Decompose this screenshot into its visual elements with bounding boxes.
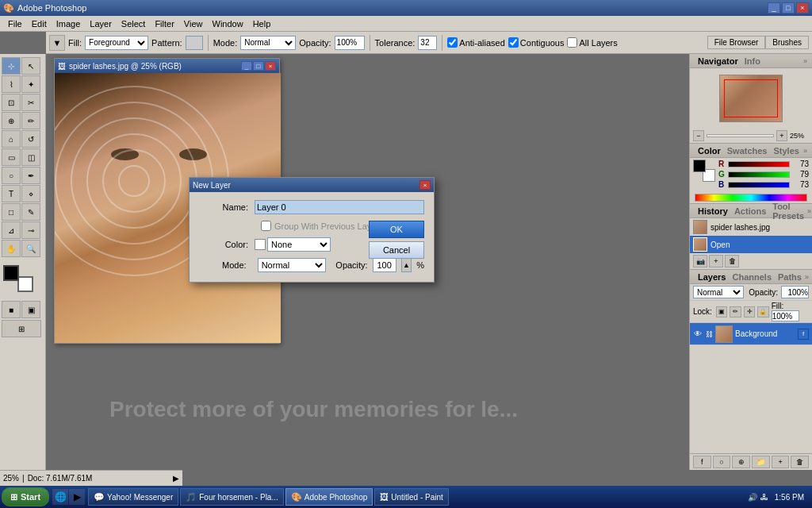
menu-image[interactable]: Image	[52, 17, 86, 30]
contiguous-label[interactable]: Contiguous	[508, 37, 565, 48]
gradient-tool[interactable]: ◫	[21, 148, 40, 166]
lock-all-btn[interactable]: 🔒	[757, 306, 768, 318]
magic-wand-tool[interactable]: ✦	[21, 75, 40, 93]
layer-opacity-input[interactable]	[781, 286, 809, 298]
color-expand[interactable]: »	[803, 147, 807, 155]
dialog-cancel-button[interactable]: Cancel	[369, 241, 424, 259]
path-selection-tool[interactable]: ⋄	[21, 185, 40, 202]
layer-eye-icon[interactable]: 👁	[693, 329, 703, 338]
opacity-input-dialog[interactable]	[373, 258, 396, 272]
color-tab[interactable]: Color	[695, 145, 724, 156]
dialog-close-btn[interactable]: ×	[419, 180, 431, 190]
lasso-tool[interactable]: ⌇	[2, 75, 21, 93]
taskbar-paint[interactable]: 🖼 Untitled - Paint	[374, 488, 449, 506]
history-brush-tool[interactable]: ↺	[21, 130, 40, 148]
layers-expand[interactable]: »	[805, 273, 809, 281]
r-slider[interactable]	[728, 161, 790, 167]
taskbar-horsemen[interactable]: 🎵 Four horsemen - Pla...	[180, 488, 283, 506]
history-new-btn[interactable]: +	[709, 255, 723, 267]
layer-mask-btn[interactable]: ○	[713, 456, 731, 468]
eraser-tool[interactable]: ▭	[2, 148, 21, 166]
styles-tab[interactable]: Styles	[770, 145, 802, 156]
g-slider[interactable]	[728, 171, 790, 178]
all-layers-checkbox[interactable]	[567, 37, 577, 48]
history-camera-btn[interactable]: 📷	[693, 255, 707, 267]
layer-style-btn[interactable]: f	[693, 456, 711, 468]
color-fg-swatch[interactable]	[693, 160, 706, 172]
menu-select[interactable]: Select	[117, 17, 151, 30]
close-button[interactable]: ×	[796, 2, 809, 13]
menu-help[interactable]: Help	[248, 17, 276, 30]
measure-tool[interactable]: ⊸	[21, 221, 40, 239]
fill-select[interactable]: Foreground	[85, 36, 148, 50]
media-icon[interactable]: ▶	[69, 489, 85, 505]
history-tab[interactable]: History	[695, 206, 731, 217]
taskbar-yahoo[interactable]: 💬 Yahoo! Messenger	[88, 488, 178, 506]
zoom-slider[interactable]	[707, 134, 774, 137]
image-minimize-btn[interactable]: _	[241, 61, 252, 71]
channels-tab[interactable]: Channels	[729, 271, 775, 283]
status-arrow-btn[interactable]: ▶	[173, 474, 179, 483]
file-browser-tab[interactable]: File Browser	[707, 36, 766, 49]
zoom-tool[interactable]: 🔍	[21, 240, 40, 257]
b-slider[interactable]	[728, 182, 790, 188]
mode-select[interactable]: Normal	[240, 36, 296, 50]
name-input[interactable]	[255, 200, 424, 214]
navigator-expand[interactable]: »	[803, 57, 807, 65]
swatches-tab[interactable]: Swatches	[724, 145, 771, 156]
text-tool[interactable]: T	[2, 185, 21, 202]
crop-tool[interactable]: ⊡	[2, 94, 21, 111]
history-delete-btn[interactable]: 🗑	[725, 255, 739, 267]
layer-delete-btn[interactable]: 🗑	[791, 456, 809, 468]
menu-view[interactable]: View	[179, 17, 208, 30]
maximize-button[interactable]: □	[782, 2, 795, 13]
notes-tool[interactable]: ✎	[21, 203, 40, 221]
dialog-titlebar[interactable]: New Layer ×	[190, 178, 434, 192]
slice-tool[interactable]: ✂	[21, 94, 40, 111]
mode-select[interactable]: Normal	[258, 258, 327, 272]
layer-adjustment-btn[interactable]: ⊕	[732, 456, 750, 468]
tool-presets-tab[interactable]: Tool Presets	[769, 201, 807, 221]
history-item-1[interactable]: Open	[690, 236, 812, 253]
navigator-tab[interactable]: Navigator	[695, 56, 741, 67]
screen-mode[interactable]: ⊞	[2, 320, 41, 337]
hand-tool[interactable]: ✋	[2, 240, 21, 257]
standard-mode[interactable]: ■	[2, 301, 21, 318]
shape-tool[interactable]: □	[2, 203, 21, 221]
lock-pixels-btn[interactable]: ✏	[730, 306, 741, 318]
minimize-button[interactable]: _	[768, 2, 780, 13]
menu-layer[interactable]: Layer	[85, 17, 117, 30]
eyedropper-tool[interactable]: ⊿	[2, 221, 21, 239]
image-maximize-btn[interactable]: □	[253, 61, 264, 71]
lock-transparent-btn[interactable]: ▣	[716, 306, 727, 318]
menu-window[interactable]: Window	[208, 17, 248, 30]
tool-option-icon[interactable]: ▼	[49, 35, 65, 51]
history-expand[interactable]: »	[807, 207, 811, 215]
image-window-titlebar[interactable]: 🖼 spider lashes.jpg @ 25% (RGB) _ □ ×	[55, 59, 279, 73]
layers-tab[interactable]: Layers	[695, 271, 729, 283]
pen-tool[interactable]: ✒	[21, 167, 40, 184]
direct-selection-tool[interactable]: ↖	[21, 57, 40, 75]
color-select[interactable]: None	[267, 237, 331, 252]
bg-color-swatch[interactable]	[17, 276, 33, 292]
tolerance-input[interactable]	[418, 36, 437, 50]
menu-file[interactable]: File	[3, 17, 27, 30]
opacity-increment-btn[interactable]: ▲	[401, 258, 412, 272]
anti-aliased-label[interactable]: Anti-aliased	[447, 37, 504, 48]
brushes-tab[interactable]: Brushes	[765, 36, 809, 49]
selection-tool[interactable]: ⊹	[2, 57, 21, 75]
layer-mode-select[interactable]: Normal	[693, 286, 744, 298]
zoom-out-btn[interactable]: −	[693, 130, 704, 141]
ie-icon[interactable]: 🌐	[52, 489, 68, 505]
menu-edit[interactable]: Edit	[27, 17, 52, 30]
healing-brush-tool[interactable]: ⊕	[2, 112, 21, 129]
start-button[interactable]: ⊞ Start	[2, 487, 49, 506]
taskbar-photoshop[interactable]: 🎨 Adobe Photoshop	[285, 488, 373, 506]
all-layers-label[interactable]: All Layers	[567, 37, 617, 48]
menu-filter[interactable]: Filter	[150, 17, 178, 30]
paths-tab[interactable]: Paths	[775, 271, 805, 283]
info-tab[interactable]: Info	[741, 56, 764, 67]
layer-item-background[interactable]: 👁 ⛓ Background f	[690, 323, 812, 345]
opacity-input[interactable]	[335, 36, 365, 50]
brush-tool[interactable]: ✏	[21, 112, 40, 129]
